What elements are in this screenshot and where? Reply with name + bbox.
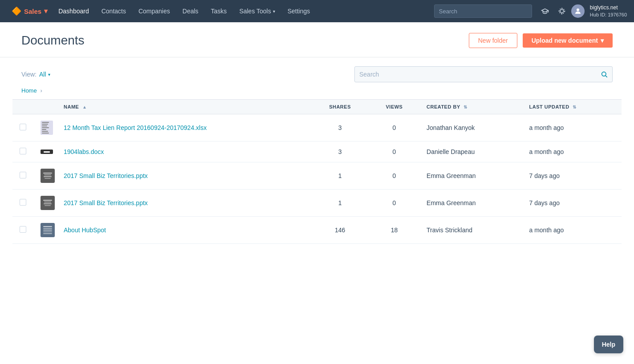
view-dropdown[interactable]: All ▾ [39,71,50,78]
nav-contacts[interactable]: Contacts [95,0,132,22]
row-icon-cell [33,162,57,190]
svg-line-4 [606,76,607,77]
table-container: NAME ▲ SHARES VIEWS CREATED BY ⇅ LAST UP [0,99,634,244]
row-checkbox[interactable] [20,226,26,233]
row-name-cell: 2017 Small Biz Territories.pptx [57,162,311,190]
new-folder-button[interactable]: New folder [469,33,517,48]
user-info[interactable]: biglytics.net Hub ID: 1976760 [590,4,627,18]
row-checkbox[interactable] [20,172,26,178]
row-created-by-cell: Emma Greenman [419,190,522,217]
row-name-cell: 1904labs.docx [57,142,311,162]
row-created-by-cell: Emma Greenman [419,162,522,190]
file-name-link[interactable]: 2017 Small Biz Territories.pptx [64,172,148,179]
row-checkbox[interactable] [20,124,26,130]
file-icon [41,121,55,135]
th-last-updated[interactable]: LAST UPDATED ⇅ [522,100,622,114]
view-dropdown-arrow-icon: ▾ [48,72,50,77]
row-checkbox-cell [12,162,33,190]
nav-tasks[interactable]: Tasks [205,0,233,22]
row-shares-cell: 3 [311,142,369,162]
th-icon [33,100,57,114]
name-sort-icon: ▲ [82,105,87,109]
row-shares-cell: 3 [311,114,369,142]
documents-table: NAME ▲ SHARES VIEWS CREATED BY ⇅ LAST UP [12,99,622,244]
row-icon-cell [33,142,57,162]
file-name-link[interactable]: 12 Month Tax Lien Report 20160924-201709… [64,124,207,131]
file-name-link[interactable]: 2017 Small Biz Territories.pptx [64,199,148,206]
row-checkbox[interactable] [20,148,26,154]
brand-chevron-icon: ▾ [44,7,48,15]
page-title: Documents [21,33,85,48]
row-icon-cell [33,190,57,217]
row-checkbox-cell [12,217,33,244]
row-name-cell: 12 Month Tax Lien Report 20160924-201709… [57,114,311,142]
notifications-icon[interactable] [554,4,569,19]
upload-document-button[interactable]: Upload new document ▾ [523,33,613,48]
table-row: 1904labs.docx 3 0 Danielle Drapeau a mon… [12,142,622,162]
th-views: VIEWS [369,100,419,114]
row-shares-cell: 1 [311,162,369,190]
search-input[interactable] [359,71,601,78]
svg-point-0 [560,9,564,13]
user-name: biglytics.net [590,4,627,12]
row-checkbox-cell [12,142,33,162]
nav-search-container [434,4,532,18]
row-last-updated-cell: a month ago [522,217,622,244]
row-shares-cell: 1 [311,190,369,217]
file-icon [41,223,55,237]
search-bar [354,66,613,82]
nav-icons: biglytics.net Hub ID: 1976760 [537,4,627,19]
academy-icon[interactable] [537,4,553,19]
page-header: Documents New folder Upload new document… [0,22,634,57]
row-name-cell: About HubSpot [57,217,311,244]
breadcrumb-separator: › [41,87,42,94]
svg-point-3 [602,72,606,76]
upload-chevron-icon: ▾ [601,37,604,44]
th-checkbox [12,100,33,114]
row-last-updated-cell: a month ago [522,114,622,142]
toolbar: View: All ▾ [0,57,634,82]
table-header-row: NAME ▲ SHARES VIEWS CREATED BY ⇅ LAST UP [12,100,622,114]
row-created-by-cell: Danielle Drapeau [419,142,522,162]
table-row: 2017 Small Biz Territories.pptx 1 0 Emma… [12,190,622,217]
breadcrumb-home-link[interactable]: Home [21,87,37,94]
nav-sales-tools[interactable]: Sales Tools ▾ [233,0,281,22]
nav-deals[interactable]: Deals [176,0,205,22]
search-button[interactable] [601,71,608,78]
file-icon [41,169,55,183]
row-icon-cell [33,114,57,142]
row-checkbox-cell [12,190,33,217]
row-views-cell: 0 [369,114,419,142]
nav-companies[interactable]: Companies [132,0,176,22]
row-last-updated-cell: 7 days ago [522,162,622,190]
hub-id: Hub ID: 1976760 [590,12,627,18]
file-icon [41,150,55,154]
row-icon-cell [33,217,57,244]
row-views-cell: 0 [369,190,419,217]
th-name[interactable]: NAME ▲ [57,100,311,114]
view-label: View: [21,71,37,78]
help-button[interactable]: Help [594,336,623,353]
file-name-link[interactable]: About HubSpot [64,226,106,234]
view-selector: View: All ▾ [21,71,50,78]
nav-brand[interactable]: 🔶 Sales ▾ [7,6,52,16]
nav-search-input[interactable] [439,8,527,15]
file-name-link[interactable]: 1904labs.docx [64,148,104,155]
table-row: 2017 Small Biz Territories.pptx 1 0 Emma… [12,162,622,190]
th-shares: SHARES [311,100,369,114]
row-views-cell: 0 [369,162,419,190]
nav-dashboard[interactable]: Dashboard [52,0,95,22]
nav-settings[interactable]: Settings [281,0,317,22]
created-sort-icon: ⇅ [463,105,467,109]
navbar: 🔶 Sales ▾ Dashboard Contacts Companies D… [0,0,634,22]
updated-sort-icon: ⇅ [573,105,577,109]
row-checkbox-cell [12,114,33,142]
th-created-by[interactable]: CREATED BY ⇅ [419,100,522,114]
user-avatar[interactable] [571,4,585,18]
row-name-cell: 2017 Small Biz Territories.pptx [57,190,311,217]
sales-tools-chevron-icon: ▾ [273,9,275,14]
breadcrumb: Home › [0,82,634,96]
row-checkbox[interactable] [20,199,26,206]
table-row: 12 Month Tax Lien Report 20160924-201709… [12,114,622,142]
svg-point-2 [577,8,579,11]
